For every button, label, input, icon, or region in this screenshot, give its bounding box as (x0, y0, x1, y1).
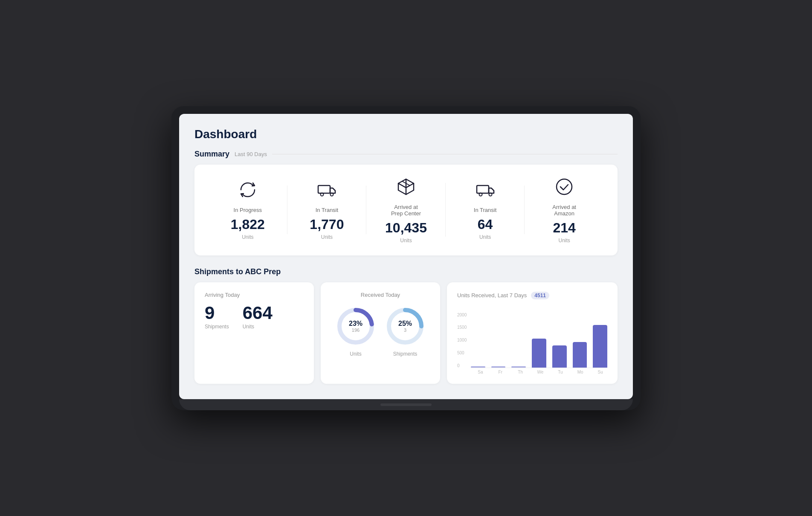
chart-title: Units Received, Last 7 Days (457, 292, 527, 299)
summary-divider (272, 154, 618, 154)
shipments-value: 9 (205, 304, 229, 322)
stat-unit-in-transit-2: Units (479, 234, 491, 240)
stat-value-arrived-prep: 10,435 (385, 220, 427, 236)
stat-label-arrived-amazon: Arrived atAmazon (552, 204, 576, 217)
svg-point-6 (557, 179, 572, 194)
shipments-donut-count: 3 (398, 328, 412, 333)
bar-col-sa (471, 366, 485, 368)
bar-th (511, 366, 526, 368)
bar-col-mo (573, 342, 587, 368)
stat-value-in-progress: 1,822 (231, 217, 265, 232)
chart-total-badge: 4511 (531, 292, 549, 299)
stat-value-arrived-amazon: 214 (553, 220, 575, 236)
shipments-donut: 25% 3 Shipments (384, 305, 426, 357)
bar-fr (491, 366, 506, 368)
laptop-frame: Dashboard Summary Last 90 Days In Progr (171, 106, 641, 410)
truck-icon-1 (316, 180, 337, 203)
shipments-label: Shipments (205, 324, 229, 330)
units-label: Units (243, 324, 273, 330)
donut-row: 23% 196 Units (331, 305, 430, 357)
bar-col-su (593, 325, 607, 368)
y-label-1000: 1000 (457, 338, 468, 342)
check-circle-icon (554, 177, 574, 200)
stat-unit-arrived-amazon: Units (559, 238, 570, 244)
x-label-tu: Tu (553, 370, 567, 374)
bar-chart-card: Units Received, Last 7 Days 4511 0 500 1… (447, 282, 618, 384)
refresh-icon (238, 180, 258, 203)
x-label-we: We (534, 370, 548, 374)
bar-we (532, 339, 546, 368)
bar-col-tu (552, 345, 567, 368)
arriving-today-label: Arriving Today (205, 292, 304, 298)
shipments-grid: Arriving Today 9 Shipments 664 Units Rec… (194, 282, 618, 384)
stat-label-arrived-prep: Arrived atPrep Center (391, 204, 421, 217)
stat-arrived-amazon: Arrived atAmazon 214 Units (525, 177, 604, 244)
units-donut-chart: 23% 196 (334, 305, 377, 348)
screen: Dashboard Summary Last 90 Days In Progr (179, 114, 633, 399)
truck-icon-2 (475, 180, 496, 203)
units-value: 664 (243, 304, 273, 322)
received-today-card: Received Today 23% 196 (321, 282, 440, 384)
svg-rect-0 (318, 186, 330, 193)
units-count: 664 Units (243, 304, 273, 330)
stat-unit-in-transit-1: Units (321, 234, 333, 240)
summary-card: In Progress 1,822 Units In Transit 1,770… (194, 165, 618, 255)
stat-in-transit-1: In Transit 1,770 Units (287, 180, 367, 240)
stat-label-in-progress: In Progress (234, 207, 262, 213)
arriving-today-values: 9 Shipments 664 Units (205, 304, 304, 330)
units-donut-count: 196 (349, 328, 362, 333)
x-label-fr: Fr (493, 370, 508, 374)
shipments-donut-label: 25% 3 (398, 320, 412, 333)
stat-label-in-transit-2: In Transit (474, 207, 496, 213)
y-label-500: 500 (457, 351, 468, 355)
y-label-2000: 2000 (457, 313, 468, 317)
shipments-count: 9 Shipments (205, 304, 229, 330)
shipments-title: Shipments to ABC Prep (194, 267, 618, 276)
stat-value-in-transit-1: 1,770 (310, 217, 344, 232)
x-label-sa: Sa (473, 370, 487, 374)
bar-chart: 0 500 1000 1500 2000 (457, 306, 607, 374)
y-label-0: 0 (457, 363, 468, 368)
units-donut: 23% 196 Units (334, 305, 377, 357)
laptop-hinge (380, 403, 432, 406)
bar-sa (471, 366, 485, 368)
svg-rect-3 (477, 186, 489, 193)
stat-label-in-transit-1: In Transit (316, 207, 338, 213)
shipments-donut-pct: 25% (398, 320, 412, 328)
arriving-today-card: Arriving Today 9 Shipments 664 Units (194, 282, 314, 384)
x-label-su: Su (593, 370, 607, 374)
stat-arrived-prep: Arrived atPrep Center 10,435 Units (366, 177, 446, 244)
stat-value-in-transit-2: 64 (478, 217, 493, 232)
bar-su (593, 325, 607, 368)
x-label-th: Th (513, 370, 528, 374)
stat-unit-arrived-prep: Units (400, 238, 412, 244)
chart-header: Units Received, Last 7 Days 4511 (457, 292, 607, 299)
bar-col-fr (491, 366, 506, 368)
stat-in-transit-2: In Transit 64 Units (446, 180, 525, 240)
units-donut-label: 23% 196 (349, 320, 362, 333)
units-donut-pct: 23% (349, 320, 362, 328)
shipments-donut-type: Shipments (393, 351, 418, 357)
stat-unit-in-progress: Units (242, 234, 253, 240)
summary-header: Summary Last 90 Days (194, 150, 618, 159)
shipments-donut-chart: 25% 3 (384, 305, 426, 348)
y-label-1500: 1500 (457, 325, 468, 330)
summary-title: Summary (194, 150, 229, 159)
received-today-label: Received Today (331, 292, 430, 298)
box-icon (396, 177, 416, 200)
summary-period: Last 90 Days (235, 151, 267, 157)
bar-col-we (532, 339, 546, 368)
stat-in-progress: In Progress 1,822 Units (208, 180, 287, 240)
bar-tu (552, 345, 567, 368)
page-title: Dashboard (194, 128, 618, 141)
x-label-mo: Mo (573, 370, 587, 374)
bar-mo (573, 342, 587, 368)
laptop-base (179, 399, 633, 410)
units-donut-type: Units (350, 351, 361, 357)
bar-col-th (511, 366, 526, 368)
